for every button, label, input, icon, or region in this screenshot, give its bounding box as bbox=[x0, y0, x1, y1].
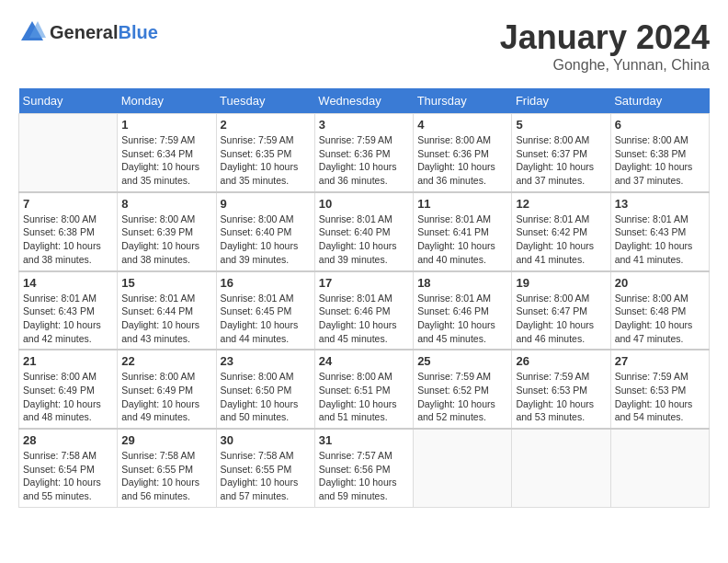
day-number: 27 bbox=[615, 354, 705, 368]
day-number: 14 bbox=[23, 276, 113, 290]
day-info: Sunrise: 8:01 AM Sunset: 6:44 PM Dayligh… bbox=[121, 292, 211, 346]
day-number: 26 bbox=[516, 354, 606, 368]
day-info: Sunrise: 8:01 AM Sunset: 6:43 PM Dayligh… bbox=[615, 213, 705, 267]
day-number: 13 bbox=[615, 197, 705, 211]
calendar-cell: 31Sunrise: 7:57 AM Sunset: 6:56 PM Dayli… bbox=[314, 429, 413, 507]
day-number: 12 bbox=[516, 197, 606, 211]
day-info: Sunrise: 8:01 AM Sunset: 6:45 PM Dayligh… bbox=[221, 292, 311, 346]
day-info: Sunrise: 8:01 AM Sunset: 6:40 PM Dayligh… bbox=[319, 213, 409, 267]
calendar-week-row: 21Sunrise: 8:00 AM Sunset: 6:49 PM Dayli… bbox=[19, 350, 710, 429]
weekday-header: Sunday bbox=[19, 88, 118, 114]
day-info: Sunrise: 8:00 AM Sunset: 6:37 PM Dayligh… bbox=[516, 133, 606, 188]
calendar-cell: 10Sunrise: 8:01 AM Sunset: 6:40 PM Dayli… bbox=[314, 192, 413, 271]
calendar-cell: 20Sunrise: 8:00 AM Sunset: 6:48 PM Dayli… bbox=[610, 271, 709, 350]
calendar-week-row: 1Sunrise: 7:59 AM Sunset: 6:34 PM Daylig… bbox=[19, 114, 710, 192]
day-info: Sunrise: 7:58 AM Sunset: 6:55 PM Dayligh… bbox=[221, 449, 311, 503]
calendar-week-row: 7Sunrise: 8:00 AM Sunset: 6:38 PM Daylig… bbox=[19, 192, 710, 271]
day-number: 28 bbox=[23, 433, 113, 447]
day-info: Sunrise: 8:00 AM Sunset: 6:48 PM Dayligh… bbox=[615, 292, 705, 346]
calendar-cell: 14Sunrise: 8:01 AM Sunset: 6:43 PM Dayli… bbox=[19, 271, 118, 350]
calendar-week-row: 28Sunrise: 7:58 AM Sunset: 6:54 PM Dayli… bbox=[19, 429, 710, 507]
location-title: Gonghe, Yunnan, China bbox=[500, 57, 710, 74]
day-info: Sunrise: 8:01 AM Sunset: 6:46 PM Dayligh… bbox=[319, 292, 409, 346]
calendar-cell: 9Sunrise: 8:00 AM Sunset: 6:40 PM Daylig… bbox=[216, 192, 314, 271]
day-info: Sunrise: 8:00 AM Sunset: 6:50 PM Dayligh… bbox=[221, 370, 311, 424]
day-info: Sunrise: 7:59 AM Sunset: 6:34 PM Dayligh… bbox=[121, 133, 211, 188]
day-number: 10 bbox=[319, 197, 409, 211]
day-number: 9 bbox=[221, 197, 311, 211]
calendar-cell: 3Sunrise: 7:59 AM Sunset: 6:36 PM Daylig… bbox=[314, 114, 413, 192]
day-number: 24 bbox=[319, 354, 409, 368]
day-info: Sunrise: 8:00 AM Sunset: 6:38 PM Dayligh… bbox=[23, 213, 113, 267]
calendar-cell: 13Sunrise: 8:01 AM Sunset: 6:43 PM Dayli… bbox=[610, 192, 709, 271]
day-info: Sunrise: 8:00 AM Sunset: 6:49 PM Dayligh… bbox=[23, 370, 113, 424]
day-number: 8 bbox=[121, 197, 211, 211]
day-number: 4 bbox=[417, 118, 507, 132]
calendar-cell bbox=[19, 114, 118, 192]
month-title: January 2024 bbox=[500, 18, 710, 57]
calendar-cell: 22Sunrise: 8:00 AM Sunset: 6:49 PM Dayli… bbox=[118, 350, 216, 429]
calendar-cell: 18Sunrise: 8:01 AM Sunset: 6:46 PM Dayli… bbox=[414, 271, 512, 350]
day-info: Sunrise: 7:59 AM Sunset: 6:52 PM Dayligh… bbox=[417, 370, 507, 424]
day-info: Sunrise: 8:00 AM Sunset: 6:38 PM Dayligh… bbox=[615, 133, 705, 188]
calendar-cell: 15Sunrise: 8:01 AM Sunset: 6:44 PM Dayli… bbox=[118, 271, 216, 350]
calendar-cell bbox=[610, 429, 709, 507]
day-number: 6 bbox=[615, 118, 705, 132]
calendar-week-row: 14Sunrise: 8:01 AM Sunset: 6:43 PM Dayli… bbox=[19, 271, 710, 350]
day-info: Sunrise: 8:00 AM Sunset: 6:49 PM Dayligh… bbox=[121, 370, 211, 424]
weekday-header: Wednesday bbox=[314, 88, 413, 114]
title-area: January 2024 Gonghe, Yunnan, China bbox=[500, 18, 710, 74]
header: GeneralBlue January 2024 Gonghe, Yunnan,… bbox=[18, 18, 710, 74]
calendar-cell: 26Sunrise: 7:59 AM Sunset: 6:53 PM Dayli… bbox=[512, 350, 610, 429]
calendar-cell: 23Sunrise: 8:00 AM Sunset: 6:50 PM Dayli… bbox=[216, 350, 314, 429]
day-number: 16 bbox=[221, 276, 311, 290]
calendar-cell: 21Sunrise: 8:00 AM Sunset: 6:49 PM Dayli… bbox=[19, 350, 118, 429]
calendar-cell: 12Sunrise: 8:01 AM Sunset: 6:42 PM Dayli… bbox=[512, 192, 610, 271]
weekday-header: Thursday bbox=[414, 88, 512, 114]
day-number: 31 bbox=[319, 433, 409, 447]
day-info: Sunrise: 7:59 AM Sunset: 6:36 PM Dayligh… bbox=[319, 133, 409, 188]
day-info: Sunrise: 8:00 AM Sunset: 6:47 PM Dayligh… bbox=[516, 292, 606, 346]
logo: GeneralBlue bbox=[18, 18, 158, 46]
day-number: 17 bbox=[319, 276, 409, 290]
weekday-header: Monday bbox=[118, 88, 216, 114]
calendar-cell: 2Sunrise: 7:59 AM Sunset: 6:35 PM Daylig… bbox=[216, 114, 314, 192]
calendar-header-row: SundayMondayTuesdayWednesdayThursdayFrid… bbox=[19, 88, 710, 114]
weekday-header: Tuesday bbox=[216, 88, 314, 114]
calendar-cell: 29Sunrise: 7:58 AM Sunset: 6:55 PM Dayli… bbox=[118, 429, 216, 507]
calendar-cell: 4Sunrise: 8:00 AM Sunset: 6:36 PM Daylig… bbox=[414, 114, 512, 192]
weekday-header: Friday bbox=[512, 88, 610, 114]
calendar-cell: 27Sunrise: 7:59 AM Sunset: 6:53 PM Dayli… bbox=[610, 350, 709, 429]
day-info: Sunrise: 7:59 AM Sunset: 6:53 PM Dayligh… bbox=[516, 370, 606, 424]
day-info: Sunrise: 7:58 AM Sunset: 6:54 PM Dayligh… bbox=[23, 449, 113, 503]
day-info: Sunrise: 7:59 AM Sunset: 6:35 PM Dayligh… bbox=[221, 133, 311, 188]
calendar-cell: 11Sunrise: 8:01 AM Sunset: 6:41 PM Dayli… bbox=[414, 192, 512, 271]
day-number: 23 bbox=[221, 354, 311, 368]
day-number: 15 bbox=[121, 276, 211, 290]
day-info: Sunrise: 8:01 AM Sunset: 6:42 PM Dayligh… bbox=[516, 213, 606, 267]
calendar-cell bbox=[414, 429, 512, 507]
day-number: 18 bbox=[417, 276, 507, 290]
day-info: Sunrise: 8:00 AM Sunset: 6:36 PM Dayligh… bbox=[417, 133, 507, 188]
calendar-cell: 30Sunrise: 7:58 AM Sunset: 6:55 PM Dayli… bbox=[216, 429, 314, 507]
day-info: Sunrise: 8:00 AM Sunset: 6:39 PM Dayligh… bbox=[121, 213, 211, 267]
calendar-cell: 25Sunrise: 7:59 AM Sunset: 6:52 PM Dayli… bbox=[414, 350, 512, 429]
calendar-cell: 24Sunrise: 8:00 AM Sunset: 6:51 PM Dayli… bbox=[314, 350, 413, 429]
day-number: 19 bbox=[516, 276, 606, 290]
day-info: Sunrise: 8:01 AM Sunset: 6:43 PM Dayligh… bbox=[23, 292, 113, 346]
day-info: Sunrise: 7:57 AM Sunset: 6:56 PM Dayligh… bbox=[319, 449, 409, 503]
day-number: 25 bbox=[417, 354, 507, 368]
day-number: 21 bbox=[23, 354, 113, 368]
day-number: 11 bbox=[417, 197, 507, 211]
logo-blue: Blue bbox=[118, 22, 157, 42]
calendar-cell: 1Sunrise: 7:59 AM Sunset: 6:34 PM Daylig… bbox=[118, 114, 216, 192]
day-number: 30 bbox=[221, 433, 311, 447]
calendar-cell: 5Sunrise: 8:00 AM Sunset: 6:37 PM Daylig… bbox=[512, 114, 610, 192]
day-number: 1 bbox=[121, 118, 211, 132]
logo-general: General bbox=[50, 22, 118, 42]
calendar-cell: 19Sunrise: 8:00 AM Sunset: 6:47 PM Dayli… bbox=[512, 271, 610, 350]
day-number: 22 bbox=[121, 354, 211, 368]
day-number: 3 bbox=[319, 118, 409, 132]
logo-icon bbox=[18, 18, 46, 46]
calendar-cell: 6Sunrise: 8:00 AM Sunset: 6:38 PM Daylig… bbox=[610, 114, 709, 192]
